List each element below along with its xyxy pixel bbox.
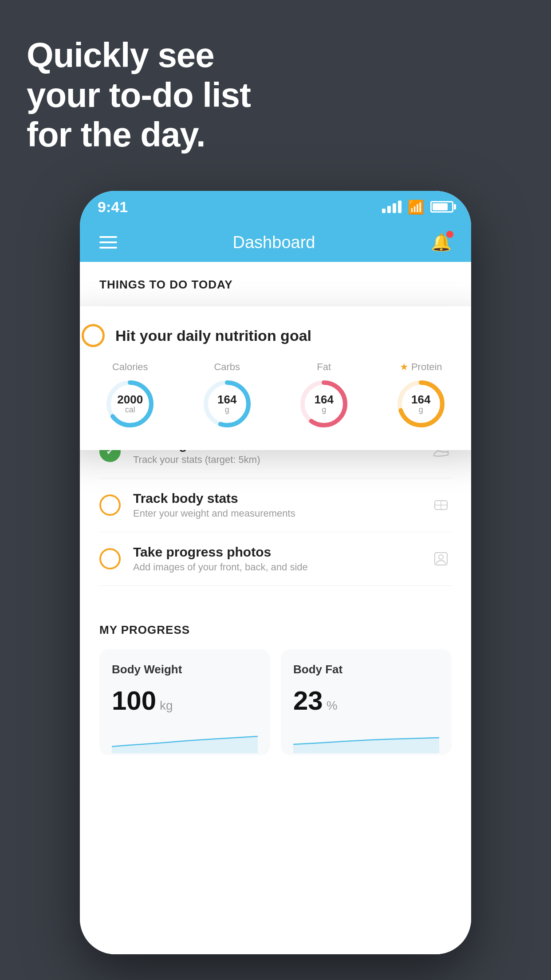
hamburger-menu[interactable] — [99, 236, 117, 249]
todo-subtitle-running: Track your stats (target: 5km) — [133, 454, 418, 466]
body-weight-chart — [112, 727, 258, 753]
scale-icon — [430, 494, 452, 516]
body-fat-value: 23 — [293, 685, 323, 716]
todo-item-body-stats[interactable]: Track body stats Enter your weight and m… — [99, 478, 452, 532]
todo-text-photos: Take progress photos Add images of your … — [133, 545, 418, 573]
body-weight-value: 100 — [112, 685, 156, 716]
battery-icon — [430, 201, 453, 213]
fat-donut: 164 g — [297, 377, 350, 431]
things-section-title: THINGS TO DO TODAY — [80, 262, 471, 300]
body-weight-card[interactable]: Body Weight 100 kg — [99, 649, 270, 755]
progress-cards: Body Weight 100 kg Body Fat 23 % — [99, 649, 452, 755]
nutrition-card[interactable]: Hit your daily nutrition goal Calories 2… — [80, 306, 471, 450]
fat-item: Fat 164 g — [297, 361, 350, 431]
status-bar: 9:41 📶 — [80, 191, 471, 223]
nav-title: Dashboard — [233, 233, 315, 252]
nutrition-title: Hit your daily nutrition goal — [115, 327, 311, 344]
todo-subtitle-body-stats: Enter your weight and measurements — [133, 508, 418, 519]
nav-bar: Dashboard 🔔 — [80, 223, 471, 262]
nutrition-checkbox[interactable] — [82, 324, 105, 347]
nutrition-header: Hit your daily nutrition goal — [82, 324, 469, 347]
todo-subtitle-photos: Add images of your front, back, and side — [133, 561, 418, 573]
notification-bell-icon[interactable]: 🔔 — [431, 233, 452, 252]
svg-point-12 — [439, 555, 443, 559]
notification-dot — [446, 231, 453, 238]
todo-item-photos[interactable]: Take progress photos Add images of your … — [99, 532, 452, 586]
phone-frame: 9:41 📶 Dashboard 🔔 THINGS TO DO TODAY — [80, 191, 471, 954]
calories-donut: 2000 cal — [103, 377, 157, 431]
nutrition-circles: Calories 2000 cal Carbs — [82, 361, 469, 431]
headline: Quickly see your to-do list for the day. — [27, 36, 251, 155]
progress-section-title: MY PROGRESS — [99, 623, 452, 637]
protein-label: ★ Protein — [400, 361, 442, 373]
todo-checkbox-photos[interactable] — [99, 548, 121, 569]
person-icon — [430, 548, 452, 569]
todo-title-photos: Take progress photos — [133, 545, 418, 560]
protein-donut: 164 g — [394, 377, 448, 431]
carbs-donut: 164 g — [201, 377, 254, 431]
calories-item: Calories 2000 cal — [103, 361, 157, 431]
signal-icon — [382, 201, 401, 213]
status-time: 9:41 — [98, 198, 128, 216]
body-weight-unit: kg — [160, 699, 173, 713]
body-fat-chart — [293, 727, 439, 753]
star-icon: ★ — [400, 361, 409, 373]
main-content: THINGS TO DO TODAY Hit your daily nutrit… — [80, 262, 471, 954]
progress-section: MY PROGRESS Body Weight 100 kg B — [80, 604, 471, 755]
todo-checkbox-body-stats[interactable] — [99, 494, 121, 516]
calories-label: Calories — [112, 361, 148, 373]
body-fat-card[interactable]: Body Fat 23 % — [281, 649, 452, 755]
body-fat-value-row: 23 % — [293, 685, 439, 716]
todo-title-body-stats: Track body stats — [133, 491, 418, 506]
fat-label: Fat — [317, 361, 331, 373]
todo-text-body-stats: Track body stats Enter your weight and m… — [133, 491, 418, 519]
body-weight-value-row: 100 kg — [112, 685, 258, 716]
status-icons: 📶 — [382, 199, 453, 215]
protein-item: ★ Protein 164 g — [394, 361, 448, 431]
body-weight-title: Body Weight — [112, 663, 258, 676]
carbs-item: Carbs 164 g — [201, 361, 254, 431]
wifi-icon: 📶 — [408, 199, 424, 215]
body-fat-title: Body Fat — [293, 663, 439, 676]
body-fat-unit: % — [327, 699, 338, 713]
carbs-label: Carbs — [214, 361, 240, 373]
